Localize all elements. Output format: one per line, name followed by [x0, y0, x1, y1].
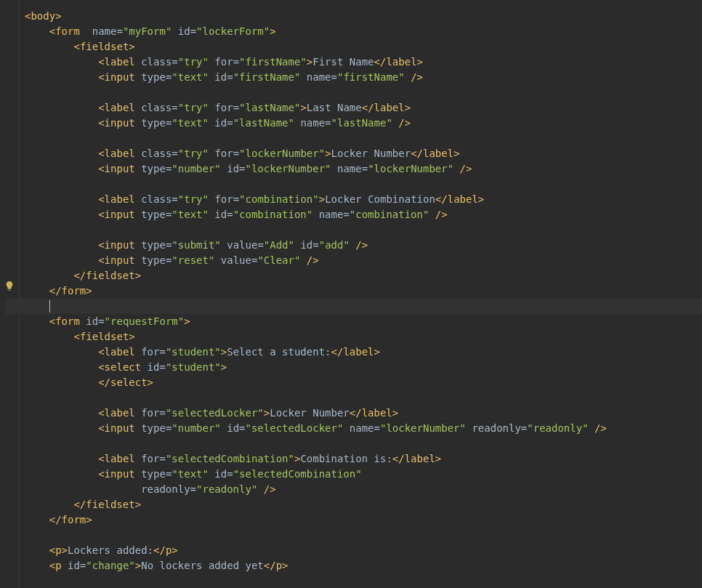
code-line[interactable]: <input type="submit" value="Add" id="add…: [25, 238, 702, 253]
val-Clear: "Clear": [257, 254, 300, 266]
code-line[interactable]: <input type="text" id="firstName" name="…: [25, 70, 702, 85]
tag-form: form: [55, 25, 80, 37]
code-line[interactable]: [25, 390, 702, 406]
code-line[interactable]: <input type="text" id="lastName" name="l…: [25, 116, 702, 131]
attr-id: id: [178, 25, 190, 37]
val-lockerForm: "lockerForm": [196, 25, 270, 37]
code-line[interactable]: [25, 528, 702, 543]
code-line-caret[interactable]: [6, 299, 702, 314]
val-firstNameFor: "firstName": [239, 56, 307, 68]
text-lockerCombination: Locker Combination: [325, 193, 435, 205]
tag-p: p: [55, 544, 61, 556]
code-line[interactable]: <label for="selectedCombination">Combina…: [25, 451, 702, 467]
code-line[interactable]: <form id="requestForm">: [25, 314, 702, 329]
code-line[interactable]: <input type="text" id="selectedCombinati…: [25, 467, 702, 482]
code-line[interactable]: [25, 131, 702, 146]
lightbulb-icon[interactable]: [4, 281, 15, 291]
attr-class: class: [141, 56, 172, 68]
text-lockersAdded: Lockers added:: [68, 544, 153, 556]
code-line[interactable]: [25, 222, 702, 238]
val-reset: "reset": [172, 254, 214, 266]
code-line[interactable]: <label for="student">Select a student:</…: [25, 345, 702, 360]
val-readonly: "readonly": [527, 422, 588, 434]
code-line[interactable]: </fieldset>: [25, 497, 702, 512]
code-line[interactable]: <fieldset>: [25, 39, 702, 55]
text-lockerNumber2: Locker Number: [270, 407, 350, 419]
code-line[interactable]: <p id="change">No lockers added yet</p>: [25, 558, 702, 573]
tag-select: select: [105, 361, 142, 373]
attr-for: for: [214, 56, 233, 68]
val-myForm: "myForm": [123, 25, 172, 37]
code-line[interactable]: <input type="number" id="lockerNumber" n…: [25, 161, 702, 177]
code-line[interactable]: [25, 177, 702, 192]
code-line[interactable]: <input type="reset" value="Clear" />: [25, 253, 702, 268]
text-selectStudent: Select a student:: [227, 346, 331, 358]
val-change: "change": [86, 560, 134, 571]
code-line[interactable]: <label class="try" for="lockerNumber">Lo…: [25, 146, 702, 161]
gutter: [0, 0, 20, 588]
code-line[interactable]: <label for="selectedLocker">Locker Numbe…: [25, 406, 702, 421]
code-line[interactable]: <select id="student">: [25, 360, 702, 375]
val-requestForm: "requestForm": [105, 315, 185, 327]
val-Add: "Add": [264, 239, 294, 251]
tag-fieldset: fieldset: [80, 41, 129, 52]
code-line[interactable]: <input type="number" id="selectedLocker"…: [25, 421, 702, 436]
text-lastName: Last Name: [307, 102, 362, 113]
text-lockerNumber: Locker Number: [331, 148, 411, 159]
val-submit: "submit": [172, 239, 220, 251]
code-line[interactable]: </fieldset>: [25, 268, 702, 283]
val-selectedLockerFor: "selectedLocker": [166, 407, 264, 419]
code-line[interactable]: <label class="try" for="lastName">Last N…: [25, 100, 702, 116]
val-lastNameFor: "lastName": [239, 102, 300, 113]
code-line[interactable]: <label class="try" for="combination">Loc…: [25, 192, 702, 207]
val-studentFor: "student": [166, 346, 221, 358]
val-text: "text": [172, 71, 209, 83]
val-combinationFor: "combination": [239, 193, 319, 205]
code-line[interactable]: </form>: [25, 283, 702, 299]
attr-readonly: readonly: [472, 422, 520, 434]
code-line[interactable]: <fieldset>: [25, 329, 702, 345]
tag-body: body: [31, 10, 55, 22]
val-add: "add": [319, 239, 350, 251]
code-line[interactable]: <label class="try" for="firstName">First…: [25, 55, 702, 70]
code-line[interactable]: </form>: [25, 512, 702, 528]
code-line[interactable]: <form name="myForm" id="lockerForm">: [25, 24, 702, 39]
code-line[interactable]: <body>: [25, 9, 702, 24]
code-line[interactable]: readonly="readonly" />: [25, 482, 702, 497]
attr-value: value: [227, 239, 257, 251]
text-firstName: First Name: [312, 56, 374, 68]
code-editor[interactable]: <body> <form name="myForm" id="lockerFor…: [0, 0, 702, 588]
val-try: "try": [178, 56, 209, 68]
val-selectedCombinationFor: "selectedCombination": [166, 453, 294, 464]
code-line[interactable]: </select>: [25, 375, 702, 390]
code-line[interactable]: <p>Lockers added:</p>: [25, 543, 702, 558]
val-lockerNumberFor: "lockerNumber": [239, 148, 325, 159]
text-noLockers: No lockers added yet: [141, 560, 264, 571]
tag-input: input: [105, 71, 135, 83]
code-lines[interactable]: <body> <form name="myForm" id="lockerFor…: [19, 9, 702, 573]
code-line[interactable]: [25, 436, 702, 451]
text-combinationIs: Combination is:: [300, 453, 392, 464]
val-number: "number": [172, 163, 220, 174]
tag-label: label: [105, 56, 135, 68]
code-line[interactable]: [25, 85, 702, 100]
code-line[interactable]: <input type="text" id="combination" name…: [25, 207, 702, 222]
attr-type: type: [141, 71, 166, 83]
attr-name: name: [92, 25, 117, 37]
